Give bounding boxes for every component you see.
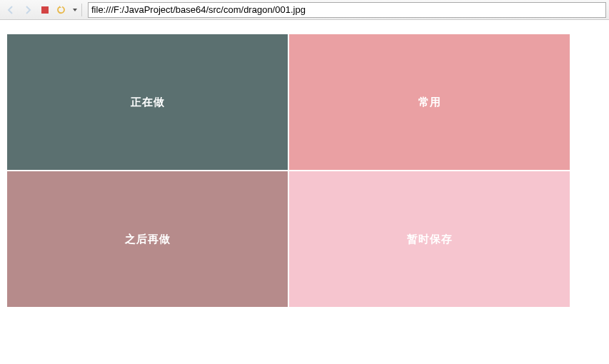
forward-button[interactable] bbox=[20, 2, 36, 18]
stop-button[interactable] bbox=[37, 2, 53, 18]
refresh-icon bbox=[57, 5, 67, 15]
page-content: 正在做 常用 之后再做 暂时保存 bbox=[0, 20, 609, 321]
quadrant-temp-save[interactable]: 暂时保存 bbox=[289, 171, 570, 307]
quadrant-label: 之后再做 bbox=[125, 233, 171, 246]
quadrant-label: 正在做 bbox=[131, 96, 165, 109]
back-button[interactable] bbox=[3, 2, 19, 18]
toolbar-dropdown[interactable] bbox=[71, 2, 79, 18]
browser-toolbar bbox=[0, 0, 609, 20]
quadrant-label: 常用 bbox=[418, 96, 441, 109]
chevron-down-icon bbox=[72, 7, 78, 13]
quadrant-later[interactable]: 之后再做 bbox=[7, 171, 288, 307]
quadrant-frequent[interactable]: 常用 bbox=[289, 34, 570, 170]
forward-arrow-icon bbox=[23, 5, 33, 15]
quadrant-grid: 正在做 常用 之后再做 暂时保存 bbox=[7, 34, 570, 307]
address-bar[interactable] bbox=[88, 2, 606, 18]
back-arrow-icon bbox=[6, 5, 16, 15]
quadrant-label: 暂时保存 bbox=[407, 233, 453, 246]
refresh-button[interactable] bbox=[54, 2, 70, 18]
stop-icon bbox=[41, 6, 49, 14]
quadrant-doing[interactable]: 正在做 bbox=[7, 34, 288, 170]
svg-rect-0 bbox=[41, 6, 49, 14]
toolbar-separator bbox=[81, 4, 82, 16]
